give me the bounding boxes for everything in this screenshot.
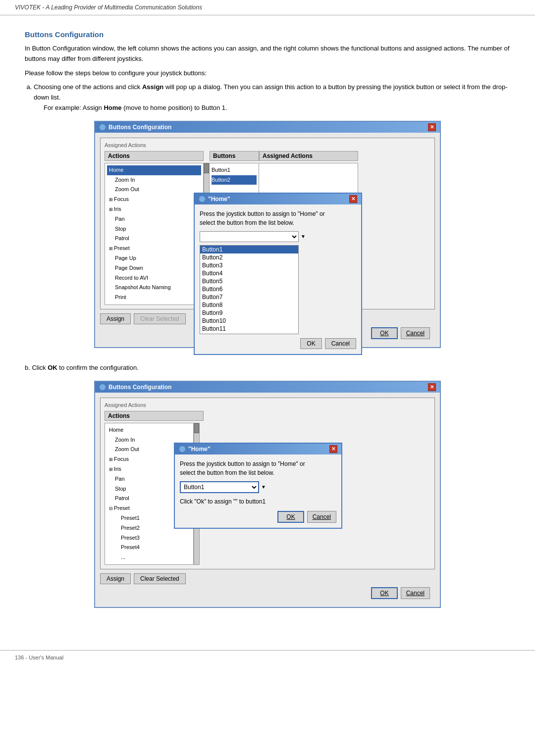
frame-label-2: Assigned Actions (105, 402, 430, 408)
listbox-button9[interactable]: Button9 (200, 309, 298, 317)
action-iris[interactable]: ⊞Iris (107, 204, 201, 214)
button2-item[interactable]: Button2 (212, 175, 257, 185)
button-listbox-1[interactable]: Button1 Button2 Button3 Button4 Button5 … (200, 245, 299, 334)
listbox-button6[interactable]: Button6 (200, 285, 298, 293)
dialog-close-btn-2[interactable]: ✕ (428, 383, 436, 391)
dialog-close-btn-1[interactable]: ✕ (428, 123, 436, 131)
action-page-up[interactable]: Page Up (107, 253, 201, 263)
assign-btn-1[interactable]: Assign (100, 313, 131, 324)
home-dialog-close-1[interactable]: ✕ (349, 195, 357, 203)
page-header: VIVOTEK - A Leading Provider of Multimed… (0, 0, 535, 15)
col-actions-header: Actions (105, 151, 204, 161)
dialog1-cancel-btn[interactable]: Cancel (401, 327, 430, 339)
home-dialog-text-1: Press the joystick button to assign to "… (200, 209, 356, 227)
col-buttons-header: Buttons (210, 151, 259, 161)
home-dialog-titlebar-1: "Home" ✕ (195, 194, 361, 204)
action2-preset4[interactable]: Preset4 (107, 543, 191, 553)
bottom-buttons-2: Assign Clear Selected (100, 573, 435, 584)
listbox-button10[interactable]: Button10 (200, 317, 298, 325)
action2-home[interactable]: Home (107, 425, 191, 435)
home-cancel-btn-2[interactable]: Cancel (307, 511, 336, 523)
dialog2-ok-cancel: OK Cancel (100, 584, 435, 602)
columns-header-1: Actions Buttons Assigned Actions (105, 151, 430, 161)
home-cancel-btn-1[interactable]: Cancel (325, 338, 356, 349)
step-a-sub: For example: Assign Home (move to home p… (44, 104, 227, 111)
col-actions-header-2: Actions (105, 411, 204, 421)
dialog-icon-1 (99, 124, 106, 131)
action-preset[interactable]: ⊞Preset (107, 244, 201, 253)
home-dialog-icon (199, 196, 206, 202)
home-dialog2-ok-cancel: OK Cancel (180, 511, 336, 523)
description-para2: Please follow the steps below to configu… (25, 68, 510, 79)
home-dialog-body-2: Press the joystick button to assign to "… (175, 454, 341, 528)
page-footer: 136 - User's Manual (0, 650, 535, 664)
dialog2-ok-btn[interactable]: OK (371, 587, 397, 599)
dialog1-ok-btn[interactable]: OK (371, 327, 397, 339)
dropdown-arrow-1: ▼ (301, 234, 306, 239)
listbox-button5[interactable]: Button5 (200, 277, 298, 285)
home-dialog-close-2[interactable]: ✕ (329, 445, 337, 453)
actions-list-panel-1[interactable]: Home Zoom In Zoom Out ⊞Focus ⊞Iris Pan S… (105, 163, 204, 305)
clear-btn-2[interactable]: Clear Selected (134, 573, 186, 584)
action-pan[interactable]: Pan (107, 214, 201, 224)
listbox-button1[interactable]: Button1 (200, 246, 298, 253)
main-columns-2: Home Zoom In Zoom Out ⊞Focus ⊞Iris Pan S… (105, 423, 430, 565)
button-dropdown-1[interactable] (200, 231, 299, 242)
home-dialog-buttons-1: OK Cancel (200, 338, 356, 349)
action-home[interactable]: Home (107, 165, 201, 175)
home-ok-btn-2[interactable]: OK (277, 511, 304, 523)
action-zoom-in[interactable]: Zoom In (107, 175, 201, 185)
dialog-window-1: Buttons Configuration ✕ Assigned Actions… (94, 121, 441, 348)
step-a: Choosing one of the actions and click As… (34, 82, 510, 113)
frame-label-1: Assigned Actions (105, 142, 430, 148)
home-dialog-1: "Home" ✕ Press the joystick button to as… (194, 193, 362, 355)
assigned-actions-frame-2: Assigned Actions Actions Home Zoom In Zo… (100, 398, 435, 569)
header-text: VIVOTEK - A Leading Provider of Multimed… (15, 4, 202, 11)
dropdown-arrow-2: ▼ (261, 484, 266, 490)
listbox-button4[interactable]: Button4 (200, 269, 298, 277)
confirm-text: Click "Ok" to assign "" to button1 (180, 497, 336, 506)
dropdown-row-1: ▼ (200, 231, 356, 242)
listbox-button11[interactable]: Button11 (200, 325, 298, 333)
listbox-button7[interactable]: Button7 (200, 293, 298, 301)
home-dialog-text-2: Press the joystick button to assign to "… (180, 459, 336, 477)
home-ok-btn-1[interactable]: OK (300, 338, 321, 349)
action-patrol[interactable]: Patrol (107, 234, 201, 244)
home-dialog-title: "Home" (208, 196, 230, 202)
section-b: b. Click OK to confirm the configuration… (25, 363, 510, 608)
action-print[interactable]: Print (107, 293, 201, 302)
footer-text: 136 - User's Manual (15, 655, 63, 660)
action-page-down[interactable]: Page Down (107, 263, 201, 273)
action-stop[interactable]: Stop (107, 224, 201, 234)
button-dropdown-2[interactable]: Button1 (180, 481, 259, 493)
action-record-avi[interactable]: Record to AVI (107, 273, 201, 283)
listbox-button2[interactable]: Button2 (200, 253, 298, 261)
col-assigned-header: Assigned Actions (259, 151, 358, 161)
section-title: Buttons Configuration (25, 30, 510, 39)
home-dialog-title-left-2: "Home" (179, 446, 211, 453)
home-dialog-icon-2 (179, 446, 186, 453)
dialog2-cancel-btn[interactable]: Cancel (401, 587, 430, 599)
action-snapshot[interactable]: Snapshot Auto Naming (107, 283, 201, 293)
action-zoom-out[interactable]: Zoom Out (107, 185, 201, 195)
action-focus[interactable]: ⊞Focus (107, 195, 201, 204)
page-content: Buttons Configuration In Button Configur… (0, 15, 535, 630)
assign-btn-2[interactable]: Assign (100, 573, 131, 584)
columns-header-2: Actions (105, 411, 430, 421)
dialog-title-1: Buttons Configuration (108, 124, 171, 131)
assigned-actions-frame-1: Assigned Actions Actions Buttons Assigne… (100, 138, 435, 309)
dialog-titlebar-2: Buttons Configuration ✕ (95, 382, 440, 393)
main-columns-1: Home Zoom In Zoom Out ⊞Focus ⊞Iris Pan S… (105, 163, 430, 305)
clear-btn-1[interactable]: Clear Selected (134, 313, 186, 324)
dialog-body-2: Assigned Actions Actions Home Zoom In Zo… (95, 393, 440, 607)
home-dialog-title-2: "Home" (188, 446, 211, 453)
action2-more[interactable]: ... (107, 553, 191, 562)
listbox-button3[interactable]: Button3 (200, 261, 298, 269)
step-b-text: b. Click OK to confirm the configuration… (25, 363, 510, 373)
dialog-body-1: Assigned Actions Actions Buttons Assigne… (95, 133, 440, 347)
home-dialog-2: "Home" ✕ Press the joystick button to as… (174, 443, 342, 529)
listbox-button12[interactable]: Button12 (200, 333, 298, 334)
listbox-button8[interactable]: Button8 (200, 301, 298, 309)
button1-item[interactable]: Button1 (212, 165, 257, 175)
action2-preset3[interactable]: Preset3 (107, 533, 191, 543)
